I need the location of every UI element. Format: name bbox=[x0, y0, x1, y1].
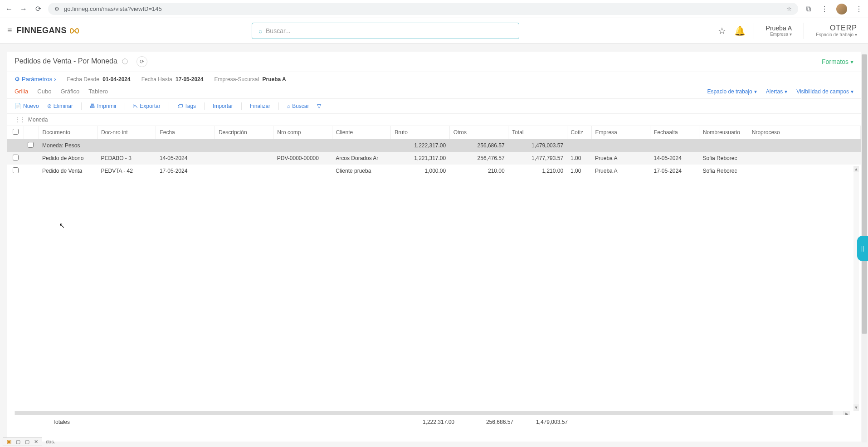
col-fechaalta[interactable]: Fechaalta bbox=[650, 126, 699, 139]
row-checkbox[interactable] bbox=[13, 155, 19, 160]
select-all-col[interactable] bbox=[7, 126, 24, 139]
cell-cotiz: 1.00 bbox=[567, 152, 591, 165]
cell-nro-comp bbox=[273, 165, 332, 177]
import-button[interactable]: Importar bbox=[213, 103, 233, 109]
profile-avatar[interactable] bbox=[836, 4, 847, 15]
cell-fechaalta: 14-05-2024 bbox=[650, 152, 699, 165]
tab-grilla[interactable]: Grilla bbox=[15, 88, 28, 95]
site-settings-icon[interactable]: ⚙ bbox=[54, 6, 59, 12]
formats-dropdown[interactable]: Formatos ▾ bbox=[822, 58, 853, 65]
col-cliente[interactable]: Cliente bbox=[332, 126, 390, 139]
btn-label: Exportar bbox=[140, 103, 160, 109]
param-value: Prueba A bbox=[262, 76, 286, 83]
tab-tablero[interactable]: Tablero bbox=[88, 88, 108, 95]
company-sublabel: Empresa bbox=[770, 32, 788, 37]
cell-total: 1,210.00 bbox=[508, 165, 567, 177]
table-row[interactable]: Pedido de Venta PEDVTA - 42 17-05-2024 C… bbox=[7, 165, 861, 177]
info-icon[interactable]: ⓘ bbox=[122, 58, 128, 65]
group-bruto: 1,222,317.00 bbox=[391, 139, 449, 152]
new-button[interactable]: 📄Nuevo bbox=[15, 103, 39, 109]
hamburger-menu-icon[interactable]: ≡ bbox=[7, 26, 12, 35]
address-bar[interactable]: ⚙ go.finneg.com/mas/vista?viewID=145 ☆ bbox=[48, 3, 798, 15]
close-icon[interactable]: ✕ bbox=[34, 439, 38, 445]
pause-icon: || bbox=[861, 245, 864, 252]
filter-icon: ▽ bbox=[317, 103, 321, 109]
favorites-star-icon[interactable]: ☆ bbox=[718, 25, 726, 36]
cell-bruto: 1,000.00 bbox=[391, 165, 449, 177]
group-row-moneda-pesos[interactable]: Moneda: Pesos 1,222,317.00 256,686.57 1,… bbox=[7, 139, 861, 152]
global-search[interactable]: ⌕ Buscar... bbox=[252, 23, 519, 39]
reload-icon[interactable]: ⟳ bbox=[34, 5, 43, 13]
tab-grafico[interactable]: Gráfico bbox=[60, 88, 79, 95]
btn-label: Nuevo bbox=[23, 103, 39, 109]
inner-vertical-scrollbar[interactable]: ▲ ▼ bbox=[853, 166, 859, 411]
finalize-button[interactable]: Finalizar bbox=[250, 103, 270, 109]
params-button[interactable]: ⚙ Parámetros › bbox=[15, 76, 56, 83]
maximize-icon[interactable]: ▢ bbox=[25, 439, 29, 445]
chevron-down-icon: ▾ bbox=[850, 58, 853, 65]
col-bruto[interactable]: Bruto bbox=[391, 126, 449, 139]
col-empresa[interactable]: Empresa bbox=[591, 126, 650, 139]
toolbar-sep bbox=[204, 102, 205, 110]
btn-label: Finalizar bbox=[250, 103, 270, 109]
param-fecha-desde[interactable]: Fecha Desde 01-04-2024 bbox=[67, 76, 131, 83]
tags-button[interactable]: 🏷Tags bbox=[177, 103, 196, 109]
taskbar-truncated-text: dos. bbox=[46, 439, 55, 444]
col-doc-nro-int[interactable]: Doc-nro int bbox=[97, 126, 156, 139]
search-icon: ⌕ bbox=[287, 103, 290, 109]
btn-label: Tags bbox=[185, 103, 196, 109]
scroll-down-arrow[interactable]: ▼ bbox=[853, 404, 859, 411]
bookmark-star-icon[interactable]: ☆ bbox=[786, 5, 792, 12]
param-fecha-hasta[interactable]: Fecha Hasta 17-05-2024 bbox=[141, 76, 204, 83]
col-documento[interactable]: Documento bbox=[39, 126, 97, 139]
scroll-up-arrow[interactable]: ▲ bbox=[853, 166, 859, 172]
scroll-thumb[interactable] bbox=[862, 54, 867, 334]
alerts-dropdown[interactable]: Alertas ▾ bbox=[766, 88, 787, 95]
col-fecha[interactable]: Fecha bbox=[156, 126, 215, 139]
cell-nroproceso bbox=[748, 165, 792, 177]
refresh-button[interactable]: ⟳ bbox=[137, 56, 147, 67]
chrome-menu-icon[interactable]: ⋮ bbox=[854, 5, 863, 13]
tab-cubo[interactable]: Cubo bbox=[37, 88, 51, 95]
company-selector[interactable]: Prueba A Empresa▾ bbox=[762, 24, 796, 37]
taskbar-app[interactable]: ▣ ▢ ▢ ✕ bbox=[3, 437, 42, 446]
workspace-selector[interactable]: OTERP Espacio de trabajo▾ bbox=[812, 24, 861, 37]
cell-fecha: 14-05-2024 bbox=[156, 152, 215, 165]
col-otros[interactable]: Otros bbox=[449, 126, 508, 139]
workspace-name: OTERP bbox=[830, 24, 857, 32]
print-button[interactable]: 🖶Imprimir bbox=[90, 103, 117, 109]
expand-checkbox[interactable] bbox=[28, 142, 34, 148]
chevron-right-icon: › bbox=[54, 76, 56, 83]
col-nroproceso[interactable]: Nroproceso bbox=[748, 126, 792, 139]
extensions-icon[interactable]: ⧉ bbox=[804, 5, 813, 13]
select-all-checkbox[interactable] bbox=[13, 129, 19, 135]
field-visibility-dropdown[interactable]: Visibilidad de campos ▾ bbox=[796, 88, 853, 95]
workspace-dropdown[interactable]: Espacio de trabajo ▾ bbox=[707, 88, 756, 95]
help-fab[interactable]: || bbox=[857, 236, 868, 261]
document-icon: 📄 bbox=[15, 103, 21, 109]
export-button[interactable]: ⇱Exportar bbox=[133, 103, 160, 109]
cell-bruto: 1,221,317.00 bbox=[391, 152, 449, 165]
col-descripcion[interactable]: Descripción bbox=[215, 126, 273, 139]
menu-dots-icon[interactable]: ⋮ bbox=[820, 5, 829, 13]
search-placeholder: Buscar... bbox=[266, 27, 290, 34]
notifications-bell-icon[interactable]: 🔔 bbox=[734, 25, 746, 36]
col-nro-comp[interactable]: Nro comp bbox=[273, 126, 332, 139]
col-cotiz[interactable]: Cotiz bbox=[567, 126, 591, 139]
forward-icon[interactable]: → bbox=[19, 5, 28, 13]
row-checkbox[interactable] bbox=[13, 167, 19, 173]
col-total[interactable]: Total bbox=[508, 126, 567, 139]
delete-button[interactable]: ⊘Eliminar bbox=[47, 103, 73, 109]
back-icon[interactable]: ← bbox=[5, 5, 14, 13]
grip-icon[interactable]: ⋮⋮ bbox=[15, 117, 25, 123]
param-empresa-sucursal[interactable]: Empresa-Sucursal Prueba A bbox=[214, 76, 286, 83]
param-label: Fecha Desde bbox=[67, 76, 99, 83]
toolbar-sep bbox=[125, 102, 125, 110]
search-button[interactable]: ⌕Buscar bbox=[287, 103, 309, 109]
table-row[interactable]: Pedido de Abono PEDABO - 3 14-05-2024 PD… bbox=[7, 152, 861, 165]
logo-text: FINNEGANS bbox=[17, 26, 67, 35]
cell-otros: 256,476.57 bbox=[449, 152, 508, 165]
col-nombreusuario[interactable]: Nombreusuario bbox=[699, 126, 748, 139]
app-logo[interactable]: FINNEGANS bbox=[17, 26, 80, 35]
filter-button[interactable]: ▽ bbox=[317, 103, 321, 109]
